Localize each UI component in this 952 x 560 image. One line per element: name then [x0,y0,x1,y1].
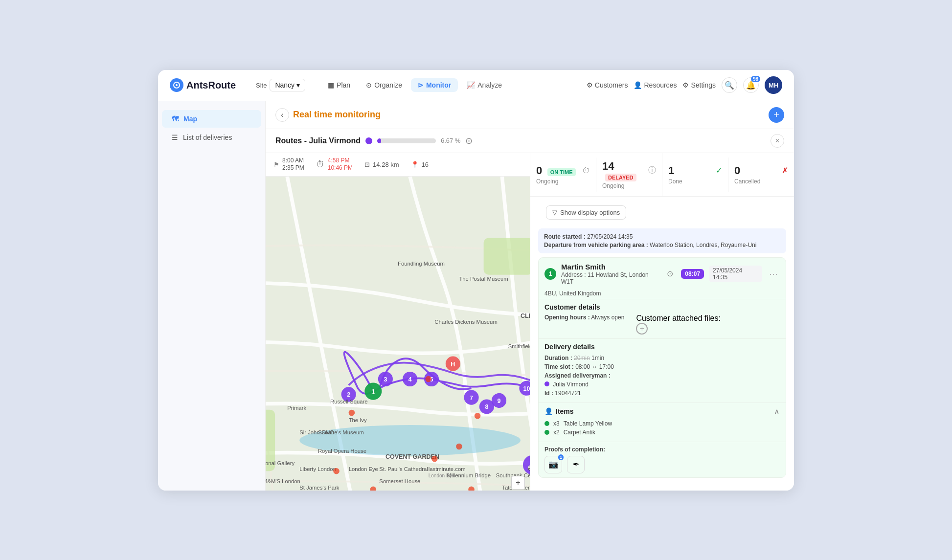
route-color-dot [365,137,372,144]
delivery-details-section: Delivery details Duration : 20min 1min T… [539,338,786,403]
svg-text:9: 9 [498,398,501,404]
route-close-button[interactable]: × [771,134,784,148]
assigned-row: Assigned deliveryman : [544,372,780,379]
svg-text:Russell Square: Russell Square [330,399,368,404]
proof-image-button[interactable]: 📷 1 [544,456,562,473]
close-icon: × [775,136,779,145]
metric-cancelled: 0 ✗ Cancelled [728,157,794,192]
check-icon: ✓ [716,166,722,175]
camera-icon: 📷 [548,460,558,469]
customers-icon: ⚙ [587,81,593,89]
show-display-options-button[interactable]: ▽ Show display options [546,205,626,220]
resources-link[interactable]: 👤 Resources [634,81,677,89]
svg-text:4: 4 [408,376,412,383]
sidebar: 🗺 Map ☰ List of deliveries [158,101,266,491]
svg-text:Somerset House: Somerset House [379,478,420,484]
search-button[interactable]: 🔍 [722,77,737,93]
metric-on-time: 0 ON TIME ⏱ Ongoing [530,157,596,192]
notification-button[interactable]: 🔔 98 [743,77,759,93]
sidebar-deliveries-label: List of deliveries [183,134,232,141]
deliveryman-row: Julia Virmond [544,381,780,388]
list-icon: ☰ [172,134,178,141]
delivery-header: 1 Martin Smith Address : 11 Howland St, … [539,258,786,290]
item-row-2: x2 Carpet Antik [544,429,780,436]
route-started-value: 27/05/2024 14:35 [587,233,633,240]
delivery-address-line2: 4BU, United Kingdom [539,290,786,299]
customer-details-row: Opening hours : Always open Customer att… [544,314,780,335]
proof-signature-button[interactable]: ✒ [567,456,585,473]
site-dropdown[interactable]: Nancy ▾ [270,79,305,91]
route-started-label: Route started : [544,233,586,240]
more-options-button[interactable]: ⋯ [767,268,780,280]
metric-delayed-label: DELAYED [605,174,636,181]
nav-analyze[interactable]: 📈 Analyze [460,78,509,92]
items-label: Items [556,407,574,415]
sidebar-map-label: Map [183,115,197,123]
back-button[interactable]: ‹ [275,108,289,122]
sidebar-item-deliveries[interactable]: ☰ List of deliveries [162,129,261,146]
route-progress-bar [377,138,436,143]
svg-text:7: 7 [470,394,473,401]
svg-text:H: H [451,360,455,367]
svg-text:Foundling Museum: Foundling Museum [398,261,445,267]
distance-icon: ⊡ [364,161,370,168]
opening-hours: Opening hours : Always open [544,314,624,335]
departure-label: Departure from vehicle parking area : [544,242,648,248]
svg-text:The Postal Museum: The Postal Museum [459,276,508,282]
nav-analyze-label: Analyze [477,81,502,89]
add-button[interactable]: + [769,107,784,123]
svg-text:St. Paul's Cathedral: St. Paul's Cathedral [379,466,428,472]
svg-text:The National Gallery: The National Gallery [266,460,295,466]
clock-metric-icon: ⏱ [582,166,590,175]
svg-text:8: 8 [485,403,488,410]
nav-organize[interactable]: ⊙ Organize [359,78,409,92]
customers-label: Customers [595,81,628,89]
metric-on-time-label: ON TIME [547,168,576,176]
delivery-address-line1: Address : 11 Howland St, London W1T [561,271,662,285]
map-container: 1 2 3 4 [266,177,530,491]
nav-monitor[interactable]: ⊳ Monitor [411,78,458,92]
route-start-info: Route started : 27/05/2024 14:35 Departu… [538,228,786,253]
assigned-label: Assigned deliveryman : [544,372,611,379]
svg-text:Sir John Soane's Museum: Sir John Soane's Museum [299,429,363,435]
svg-text:London Eye: London Eye [429,472,455,478]
svg-text:London Eye: London Eye [349,466,378,472]
clock-icon: ⏱ [316,159,325,170]
updated-time: 4:58 PM [328,157,353,165]
stat-stops: 📍 16 [411,161,429,168]
resources-icon: 👤 [634,81,642,89]
logo-icon [170,78,183,92]
nav-plan[interactable]: ▦ Plan [321,78,357,92]
delivery-customer-name: Martin Smith [561,263,662,271]
nav-organize-label: Organize [374,81,402,89]
stops-value: 16 [422,161,429,168]
analyze-icon: 📈 [467,81,475,89]
svg-text:Smithfield Market: Smithfield Market [508,343,530,349]
sidebar-item-map[interactable]: 🗺 Map [162,110,261,128]
items-header[interactable]: 👤 Items ∧ [544,407,780,416]
svg-text:3: 3 [384,376,387,383]
avatar[interactable]: MH [765,76,782,94]
items-section: 👤 Items ∧ x3 Table Lamp Yellow [539,403,786,442]
settings-link[interactable]: ⚙ Settings [682,81,716,89]
metric-on-time-num: 0 [536,164,542,177]
add-file-button[interactable]: + [636,323,648,335]
metric-on-time-sub: Ongoing [536,178,590,185]
delivery-time-badge: 08:07 [681,269,704,279]
svg-point-1 [176,84,178,86]
map-panel: ⚑ 8:00 AM 2:35 PM ⏱ 4:58 PM 10:46 PM [266,153,530,491]
svg-point-71 [349,409,355,416]
attached-files-label: Customer attached files: [636,314,721,323]
zoom-in-button[interactable]: + [511,476,525,490]
organize-icon: ⊙ [366,81,372,89]
delivery-item: 1 Martin Smith Address : 11 Howland St, … [538,257,786,478]
svg-text:2: 2 [347,391,350,398]
duration-strike: 20min [574,355,590,361]
metric-done-num: 1 [668,164,674,177]
duration-row: Duration : 20min 1min [544,355,780,361]
page-header: ‹ Real time monitoring + [266,101,794,129]
opening-hours-value: Always open [591,314,624,321]
stat-time-start: ⚑ 8:00 AM 2:35 PM [273,157,304,172]
customers-link[interactable]: ⚙ Customers [587,81,628,89]
metric-cancelled-sub: Cancelled [734,178,788,185]
